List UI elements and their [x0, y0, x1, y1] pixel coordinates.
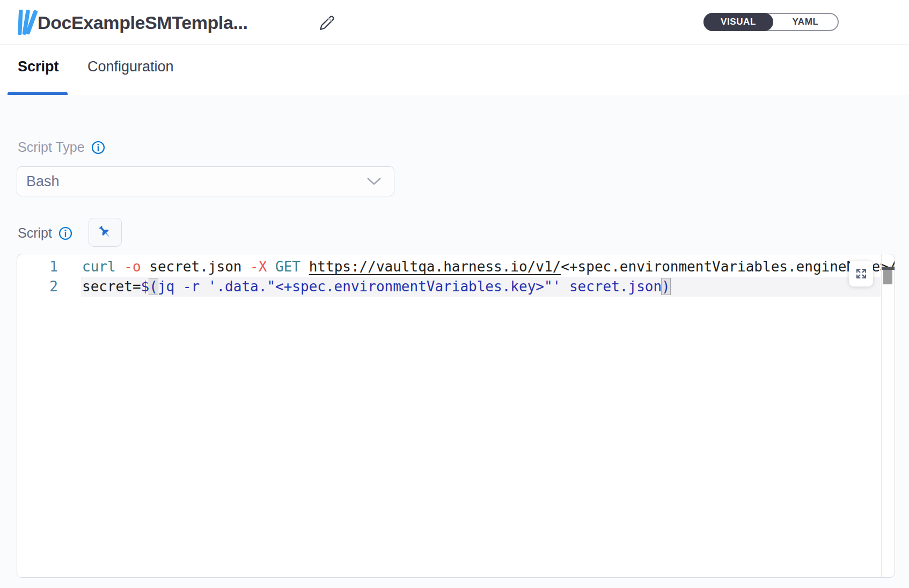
tab-configuration[interactable]: Configuration — [87, 58, 174, 75]
code-segment: GET — [275, 259, 300, 275]
tab-bar: Script Configuration — [0, 46, 909, 95]
code-line-content[interactable]: secret=$(jq -r '.data."<+spec.environmen… — [81, 277, 881, 297]
code-line[interactable]: 1curl -o secret.json -X GET https://vaul… — [17, 257, 895, 277]
code-line-content[interactable]: curl -o secret.json -X GET https://vault… — [81, 257, 895, 277]
expand-editor-button[interactable] — [849, 261, 873, 286]
harness-logo-icon — [17, 9, 38, 36]
code-segment: -X — [250, 259, 267, 275]
script-type-label: Script Type — [18, 139, 105, 155]
active-tab-indicator — [8, 92, 68, 95]
code-segment: ) — [662, 278, 670, 295]
code-segment — [300, 259, 309, 275]
code-segment: -o — [124, 259, 141, 275]
code-segment: ( — [149, 278, 158, 295]
script-type-select[interactable]: Bash — [17, 166, 394, 196]
code-segment: secret.json — [141, 259, 251, 275]
code-segment: https://vaultqa.harness.io/v1/ — [309, 259, 561, 275]
chevron-down-icon — [367, 177, 381, 186]
page-title: DocExampleSMTempla... — [38, 0, 248, 45]
script-label: Script — [18, 225, 72, 241]
header: DocExampleSMTempla... VISUAL YAML — [0, 0, 909, 45]
pin-script-button[interactable] — [89, 218, 122, 247]
script-label-text: Script — [18, 225, 52, 241]
code-line[interactable]: 2secret=$(jq -r '.data."<+spec.environme… — [17, 277, 895, 297]
code-segment: curl — [82, 259, 116, 275]
script-type-label-text: Script Type — [18, 139, 85, 155]
code-segment: secret= — [82, 278, 141, 295]
tab-script[interactable]: Script — [18, 58, 59, 75]
code-segment: jq -r '.data."<+spec.environmentVariable… — [158, 278, 662, 295]
script-type-value: Bash — [17, 173, 367, 190]
code-segment — [267, 259, 275, 275]
edit-title-button[interactable] — [316, 11, 339, 35]
pin-icon — [97, 224, 114, 241]
editor-scrollbar-thumb[interactable] — [883, 270, 892, 284]
toggle-option-yaml[interactable]: YAML — [773, 14, 838, 30]
code-segment: <+spec.environmentVariables.engineName>/ — [561, 259, 895, 275]
info-icon[interactable] — [58, 226, 72, 240]
info-icon[interactable] — [91, 141, 105, 155]
visual-yaml-toggle: VISUAL YAML — [703, 13, 839, 31]
script-code-editor[interactable]: 1curl -o secret.json -X GET https://vaul… — [17, 254, 895, 578]
line-number: 2 — [17, 277, 58, 297]
code-segment: $ — [141, 278, 150, 295]
code-lines: 1curl -o secret.json -X GET https://vaul… — [17, 257, 895, 297]
expand-icon — [855, 267, 868, 280]
edit-pencil-icon — [316, 11, 339, 34]
line-number: 1 — [17, 257, 58, 277]
toggle-option-visual[interactable]: VISUAL — [703, 13, 773, 31]
code-segment — [116, 259, 124, 275]
editor-scrollbar-track — [881, 254, 895, 577]
